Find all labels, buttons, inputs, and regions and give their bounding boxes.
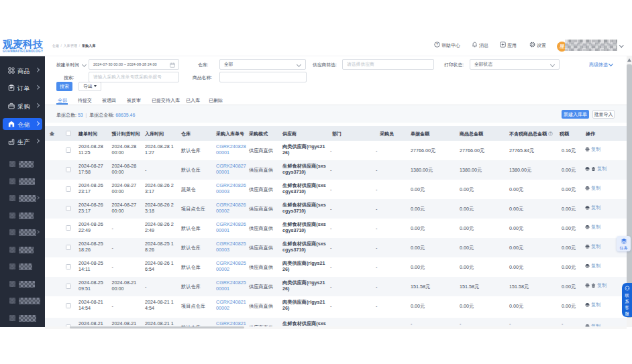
svg-text:?: ? — [436, 42, 438, 46]
svg-text:?: ? — [549, 132, 551, 135]
